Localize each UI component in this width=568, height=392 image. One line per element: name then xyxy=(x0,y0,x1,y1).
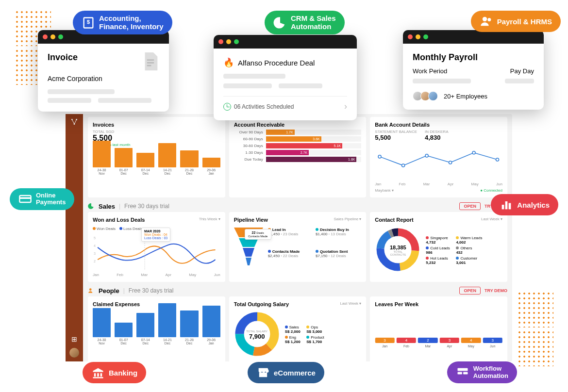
svg-point-19 xyxy=(402,164,405,167)
svg-point-3 xyxy=(487,18,491,21)
section-name: Sales xyxy=(99,203,115,210)
maximize-icon[interactable] xyxy=(423,34,428,39)
funnel-chart: 22 Deals Contacts Made xyxy=(234,228,263,269)
connected-status: ● Connected xyxy=(480,188,502,193)
card-title: Leaves Per Week xyxy=(375,301,502,307)
card-icon xyxy=(18,192,32,206)
svg-point-18 xyxy=(378,155,381,158)
leaves-chart: 3Jan4Feb2Mar3Apr4May3Jun xyxy=(375,309,502,348)
dotgrid xyxy=(517,291,553,327)
apps-icon[interactable]: ⊞ xyxy=(69,334,79,344)
pill-analytics[interactable]: Analytics xyxy=(491,194,558,215)
people-icon xyxy=(480,15,493,28)
chevron-right-icon[interactable]: › xyxy=(344,101,347,112)
card-title: Bank Account Details xyxy=(375,122,502,128)
employees-text: 20+ Employees xyxy=(444,93,487,100)
svg-rect-10 xyxy=(457,372,462,375)
card-expenses: Claimed Expenses 24-30Nov01-07Dec07-14De… xyxy=(88,296,225,361)
node-icon[interactable] xyxy=(69,117,79,127)
svg-text:5: 5 xyxy=(94,236,96,240)
svg-rect-14 xyxy=(147,65,151,66)
pill-banking[interactable]: Banking xyxy=(83,362,146,383)
pill-crm[interactable]: CRM & Sales Automation xyxy=(265,11,345,34)
svg-text:2: 2 xyxy=(94,260,96,263)
avatar xyxy=(428,91,438,101)
skeleton xyxy=(505,79,534,83)
minimize-icon[interactable] xyxy=(226,39,231,44)
invoice-title: Invoice xyxy=(48,52,78,63)
pill-payroll[interactable]: Payroll & HRMS xyxy=(471,11,561,32)
flame-icon: 🔥 xyxy=(223,57,234,68)
maximize-icon[interactable] xyxy=(234,39,239,44)
dotgrid xyxy=(517,330,553,366)
activities-text: 06 Activities Scheduled xyxy=(234,103,294,110)
open-button[interactable]: OPEN xyxy=(459,202,481,210)
donut-legend: Singapore4,732Warm Leads4,002Cold Leads9… xyxy=(426,236,482,265)
card-title: Invoices xyxy=(93,122,220,128)
svg-point-20 xyxy=(425,154,428,157)
svg-point-2 xyxy=(482,17,486,21)
bank-dropdown[interactable]: Maybank ▾ xyxy=(375,188,394,193)
pill-payments[interactable]: Online Payments xyxy=(10,188,74,210)
bar-chart: 24-30Nov01-07Dec07-14Dec14-21Dec21-28Dec… xyxy=(93,149,220,176)
maximize-icon[interactable] xyxy=(58,34,63,39)
close-icon[interactable] xyxy=(43,34,48,39)
avatar[interactable] xyxy=(69,348,79,358)
skeleton xyxy=(48,89,115,94)
card-bank-details: Bank Account Details STATEMENT BALANCE5,… xyxy=(370,117,507,197)
period-dropdown[interactable]: This Week ▾ xyxy=(199,217,220,225)
period-dropdown[interactable]: Last Week ▾ xyxy=(340,301,361,309)
pill-ecommerce[interactable]: eCommerce xyxy=(248,362,324,383)
desk-label: IN DESKERA xyxy=(425,130,448,134)
bars-icon xyxy=(500,198,513,212)
section-sales: Sales | Free 30 days trial OPEN TRY DEMO xyxy=(88,200,507,212)
pie-icon xyxy=(273,16,287,30)
hbar-chart: Over 90 Days1.7K60-90 Days3.6K30-60 Days… xyxy=(234,130,362,162)
pipeline-legend: Lead In$1,450 · 23 DealsDecision Buy In$… xyxy=(268,228,362,269)
card-contact-report: Contact Report Last Week ▾ xyxy=(370,212,507,282)
card-title: Claimed Expenses xyxy=(93,301,220,307)
section-trial: Free 30 days trial xyxy=(129,287,174,294)
minimize-icon[interactable] xyxy=(50,34,55,39)
card-title: Total Outgoing Salary xyxy=(234,301,289,307)
svg-marker-31 xyxy=(243,248,254,257)
pipeline-dropdown[interactable]: Sales Pipeline ▾ xyxy=(334,217,361,225)
card-leaves: Leaves Per Week 3Jan4Feb2Mar3Apr4May3Jun xyxy=(370,296,507,361)
minimize-icon[interactable] xyxy=(416,34,420,39)
section-trial: Free 30 days trial xyxy=(124,203,169,210)
skeleton xyxy=(279,83,322,88)
skeleton xyxy=(48,98,91,103)
close-icon[interactable] xyxy=(408,34,413,39)
period-dropdown[interactable]: Last Week ▾ xyxy=(481,217,502,225)
svg-point-22 xyxy=(472,151,475,154)
deal-title: Alfanso Procedure Deal xyxy=(238,59,315,67)
card-title: Won and Loss Deals xyxy=(93,217,145,223)
total-label: TOTAL SGD xyxy=(93,130,220,134)
pill-accounting[interactable]: $ Accounting, Finance, Inventory xyxy=(73,11,172,34)
pill-label: Accounting, Finance, Inventory xyxy=(99,15,164,31)
payroll-title: Monthly Payroll xyxy=(413,52,534,63)
card-pipeline: Pipeline View Sales Pipeline ▾ 22 Deals … xyxy=(229,212,367,282)
pie-icon xyxy=(88,203,95,210)
bank-icon xyxy=(91,366,105,379)
company-name: Acme Corporation xyxy=(48,75,159,82)
svg-rect-7 xyxy=(505,201,508,209)
svg-point-21 xyxy=(449,161,452,164)
section-name: People xyxy=(99,287,119,294)
open-button[interactable]: OPEN xyxy=(459,287,481,294)
stmt-value: 5,500 xyxy=(375,134,391,141)
pill-label: Payroll & HRMS xyxy=(497,17,552,26)
svg-text:3: 3 xyxy=(94,252,96,255)
card-title: Contact Report xyxy=(375,217,413,223)
people-icon xyxy=(88,287,95,294)
titlebar xyxy=(403,30,544,44)
document-icon xyxy=(142,52,159,72)
close-icon[interactable] xyxy=(218,39,223,44)
desk-value: 4,830 xyxy=(425,134,441,141)
try-demo-button[interactable]: TRY DEMO xyxy=(484,288,507,293)
work-period-label: Work Period xyxy=(413,67,447,75)
card-salary: Total Outgoing Salary Last Week ▾ TOTAL … xyxy=(229,296,367,361)
workflow-icon xyxy=(456,366,469,379)
pill-workflow[interactable]: Workflow Automation xyxy=(447,361,517,383)
line-chart xyxy=(375,142,502,181)
